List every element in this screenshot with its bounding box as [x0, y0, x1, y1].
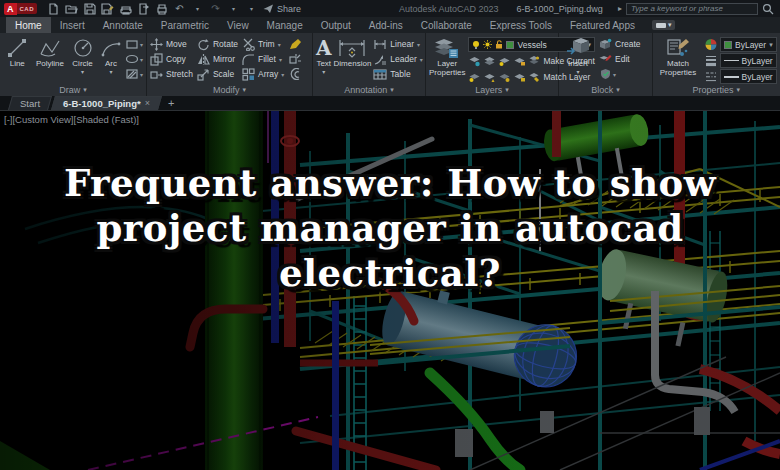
ellipse-tool-button[interactable]: ▾ — [125, 52, 143, 66]
ribbon-tab-bar: Home Insert Annotate Parametric View Man… — [0, 17, 780, 33]
offset-button[interactable] — [288, 67, 302, 81]
stretch-button[interactable]: Stretch — [150, 67, 193, 81]
copy-icon — [150, 53, 163, 66]
stretch-icon — [150, 68, 163, 81]
polyline-tool-button[interactable]: Polyline — [34, 35, 67, 83]
panel-label-block[interactable]: Block▾ — [559, 83, 652, 96]
save-as-icon[interactable] — [101, 2, 114, 15]
redo-dropdown-icon[interactable]: ▾ — [227, 2, 240, 15]
layer-properties-icon — [434, 37, 460, 59]
move-button[interactable]: Move — [150, 37, 193, 51]
edit-block-button[interactable]: Edit — [599, 52, 641, 66]
panel-block: Insert ▾ Create Edit ▾ Block▾ — [559, 33, 653, 96]
linetype-icon — [704, 70, 718, 83]
layer-on-all-icon[interactable] — [483, 71, 496, 83]
mirror-button[interactable]: Mirror — [197, 52, 238, 66]
open-folder-icon[interactable] — [65, 2, 78, 15]
trim-button[interactable]: Trim▾ — [242, 37, 284, 51]
tab-parametric[interactable]: Parametric — [152, 17, 218, 33]
tab-manage[interactable]: Manage — [258, 17, 312, 33]
tab-express-tools[interactable]: Express Tools — [481, 17, 561, 33]
drawing-canvas[interactable]: [-][Custom View][Shaded (Fast)] Frequent… — [0, 111, 780, 470]
headline-overlay: Frequent answer: How to show project man… — [0, 161, 780, 296]
lineweight-dropdown[interactable]: ByLayer — [720, 53, 777, 68]
viewport-controls[interactable]: [-][Custom View][Shaded (Fast)] — [4, 114, 139, 125]
layer-off-icon[interactable] — [468, 71, 481, 83]
panel-label-draw[interactable]: Draw▾ — [0, 83, 146, 96]
headline-line-1: Frequent answer: How to show — [0, 161, 780, 206]
autocad-logo-cad: CAD — [17, 3, 38, 14]
tab-annotate[interactable]: Annotate — [94, 17, 152, 33]
arc-tool-button[interactable]: Arc ▾ — [99, 35, 123, 83]
undo-dropdown-icon[interactable]: ▾ — [191, 2, 204, 15]
share-label: Share — [277, 4, 301, 14]
tab-insert[interactable]: Insert — [51, 17, 94, 33]
ribbon-display-toggle[interactable]: ▾ — [652, 20, 676, 30]
linetype-dropdown[interactable]: ByLayer — [720, 69, 777, 84]
close-tab-icon[interactable]: × — [145, 98, 150, 108]
layer-isolate-icon[interactable] — [468, 55, 481, 67]
rectangle-icon — [125, 38, 139, 50]
erase-button[interactable] — [288, 37, 302, 51]
rectangle-tool-button[interactable]: ▾ — [125, 37, 143, 51]
layer-thaw-all-icon[interactable] — [498, 71, 511, 83]
panel-label-properties[interactable]: Properties▾ — [653, 84, 780, 96]
redo-icon[interactable]: ↷ — [209, 2, 222, 15]
linear-button[interactable]: Linear▾ — [373, 37, 422, 51]
layer-unlock-all-icon[interactable] — [513, 71, 526, 83]
explode-button[interactable] — [288, 52, 302, 66]
table-button[interactable]: Table — [373, 67, 422, 81]
quick-access-toolbar: ↶ ▾ ↷ ▾ ▾ Share — [47, 2, 301, 15]
panel-label-modify[interactable]: Modify▾ — [147, 83, 312, 96]
share-button[interactable]: Share — [263, 4, 301, 14]
print-icon[interactable] — [155, 2, 168, 15]
plot-icon[interactable] — [119, 2, 132, 15]
create-block-button[interactable]: Create — [599, 37, 641, 51]
layer-unisolate-icon[interactable] — [483, 55, 496, 67]
hatch-icon — [125, 68, 139, 80]
rotate-button[interactable]: Rotate — [197, 37, 238, 51]
new-drawing-tab-button[interactable]: + — [163, 97, 179, 109]
insert-block-button[interactable]: Insert ▾ — [562, 35, 594, 83]
scale-button[interactable]: Scale — [197, 67, 238, 81]
leader-icon — [373, 54, 387, 65]
tab-home[interactable]: Home — [6, 17, 51, 33]
file-tab-start[interactable]: Start — [10, 96, 50, 110]
layer-lock-icon[interactable] — [513, 55, 526, 67]
block-attributes-button[interactable]: ▾ — [599, 67, 641, 81]
panel-properties: Match Properties ByLayer▾ ByLayer ByLaye… — [653, 33, 780, 96]
leader-button[interactable]: Leader▾ — [373, 52, 422, 66]
save-icon[interactable] — [83, 2, 96, 15]
search-icon[interactable] — [762, 3, 774, 15]
layer-freeze-icon[interactable] — [498, 55, 511, 67]
dimension-tool-button[interactable]: Dimension — [334, 35, 372, 83]
search-input[interactable] — [626, 3, 758, 15]
circle-tool-button[interactable]: Circle ▾ — [68, 35, 97, 83]
search-expand-icon[interactable]: ▸ — [618, 4, 622, 13]
fillet-button[interactable]: Fillet▾ — [242, 52, 284, 66]
object-color-dropdown[interactable]: ByLayer▾ — [720, 37, 777, 52]
line-tool-button[interactable]: Line — [3, 35, 32, 83]
tab-collaborate[interactable]: Collaborate — [412, 17, 481, 33]
qat-customize-icon[interactable]: ▾ — [245, 2, 258, 15]
tab-featured-apps[interactable]: Featured Apps — [561, 17, 644, 33]
text-tool-button[interactable]: A Text ▾ — [316, 35, 332, 83]
export-icon[interactable] — [137, 2, 150, 15]
copy-button[interactable]: Copy — [150, 52, 193, 66]
new-file-icon[interactable] — [47, 2, 60, 15]
hatch-tool-button[interactable]: ▾ — [125, 67, 143, 81]
array-button[interactable]: Array▾ — [242, 67, 284, 81]
panel-label-annotation[interactable]: Annotation▾ — [313, 83, 425, 96]
match-properties-button[interactable]: Match Properties — [656, 35, 700, 84]
file-tab-piping[interactable]: 6-B-1000_Piping*× — [53, 96, 160, 110]
panel-modify: Move Copy Stretch Rotate Mirror Scale Tr… — [147, 33, 313, 96]
tab-add-ins[interactable]: Add-ins — [360, 17, 412, 33]
panel-label-layers[interactable]: Layers▾ — [426, 84, 558, 96]
layer-properties-button[interactable]: Layer Properties — [429, 35, 465, 84]
autocad-app-menu[interactable]: A CAD — [4, 2, 37, 15]
layer-unlock-icon — [495, 40, 503, 49]
tab-view[interactable]: View — [218, 17, 258, 33]
tab-output[interactable]: Output — [312, 17, 360, 33]
undo-icon[interactable]: ↶ — [173, 2, 186, 15]
linear-icon — [373, 39, 387, 50]
